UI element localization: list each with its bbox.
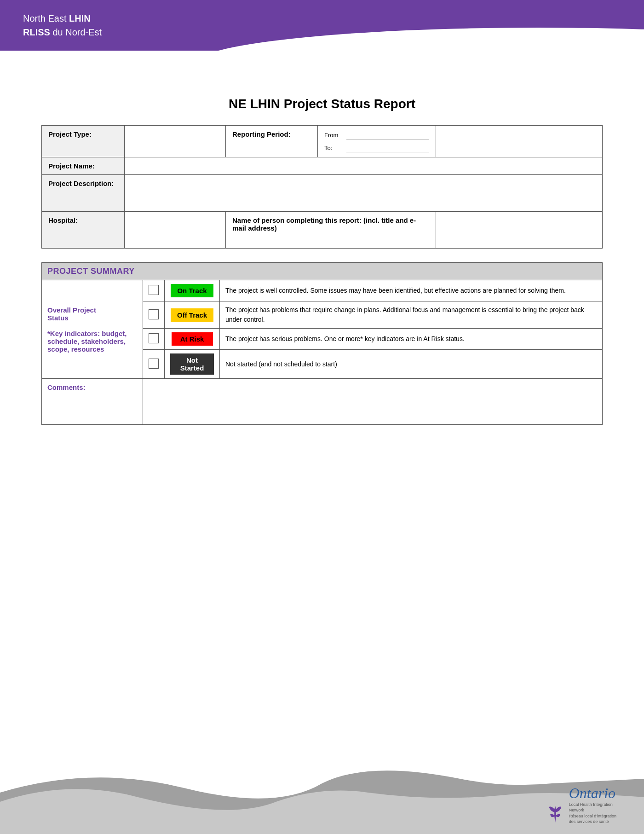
- at-risk-badge-cell: At Risk: [165, 329, 220, 350]
- page-title: NE LHIN Project Status Report: [41, 97, 603, 111]
- off-track-description: The project has problems that require ch…: [220, 301, 603, 329]
- project-name-value[interactable]: [125, 157, 603, 175]
- footer-logo: Ontario Local Health Integration Network…: [546, 785, 616, 825]
- header-text: North East LHIN RLISS du Nord-Est: [23, 12, 102, 39]
- reporting-period-dates: From To:: [318, 126, 436, 157]
- on-track-description: The project is well controlled. Some iss…: [220, 280, 603, 301]
- not-started-description: Not started (and not scheduled to start): [220, 350, 603, 379]
- header-line1-normal: North East: [23, 13, 69, 23]
- footer-sub-text: Local Health Integration Network Réseau …: [569, 802, 616, 825]
- at-risk-checkbox[interactable]: [149, 333, 159, 343]
- to-label: To:: [324, 145, 343, 151]
- not-started-checkbox[interactable]: [149, 359, 159, 369]
- project-type-value[interactable]: [125, 126, 226, 157]
- key-indicators-label: *Key indicators: budget, schedule, stake…: [47, 330, 137, 353]
- off-track-badge-cell: Off Track: [165, 301, 220, 329]
- off-track-checkbox[interactable]: [149, 309, 159, 319]
- person-value[interactable]: [436, 212, 603, 249]
- reporting-period-extra[interactable]: [436, 126, 603, 157]
- summary-table: PROJECT SUMMARY Overall Project Status *…: [41, 262, 603, 425]
- to-date-input[interactable]: [346, 143, 429, 152]
- reporting-period-label: Reporting Period:: [232, 130, 311, 138]
- not-started-checkbox-cell[interactable]: [143, 350, 165, 379]
- page-content: NE LHIN Project Status Report Project Ty…: [0, 51, 644, 457]
- person-label: Name of person completing this report: (…: [226, 212, 436, 249]
- project-type-label: Project Type:: [42, 126, 125, 157]
- off-track-checkbox-cell[interactable]: [143, 301, 165, 329]
- header-line2-bold: RLISS: [23, 27, 50, 37]
- summary-header: PROJECT SUMMARY: [42, 263, 603, 280]
- at-risk-checkbox-cell[interactable]: [143, 329, 165, 350]
- comments-label: Comments:: [42, 379, 143, 425]
- project-description-label: Project Description:: [42, 175, 125, 212]
- page-header: North East LHIN RLISS du Nord-Est: [0, 0, 644, 51]
- trillium-icon: [546, 802, 564, 825]
- ontario-label: Ontario: [569, 785, 616, 802]
- page-footer: Ontario Local Health Integration Network…: [0, 756, 644, 834]
- header-line1-bold: LHIN: [69, 13, 91, 23]
- summary-left-cell: Overall Project Status *Key indicators: …: [42, 280, 143, 379]
- not-started-badge: Not Started: [170, 353, 214, 375]
- ontario-branding: Ontario Local Health Integration Network…: [569, 785, 616, 825]
- on-track-badge: On Track: [171, 284, 213, 297]
- on-track-checkbox[interactable]: [149, 285, 159, 295]
- hospital-label: Hospital:: [42, 212, 125, 249]
- overall-status-label: Overall Project Status: [47, 306, 137, 322]
- at-risk-badge: At Risk: [172, 332, 213, 346]
- not-started-badge-cell: Not Started: [165, 350, 220, 379]
- comments-value[interactable]: [143, 379, 603, 425]
- from-label: From: [324, 132, 343, 139]
- at-risk-description: The project has serious problems. One or…: [220, 329, 603, 350]
- info-table: Project Type: Reporting Period: From To:: [41, 125, 603, 249]
- project-name-label: Project Name:: [42, 157, 125, 175]
- on-track-checkbox-cell[interactable]: [143, 280, 165, 301]
- on-track-badge-cell: On Track: [165, 280, 220, 301]
- off-track-badge: Off Track: [171, 308, 213, 322]
- header-line2-normal: du Nord-Est: [50, 27, 102, 37]
- project-description-value[interactable]: [125, 175, 603, 212]
- from-date-input[interactable]: [346, 130, 429, 139]
- reporting-period-cell: Reporting Period:: [226, 126, 318, 157]
- hospital-value[interactable]: [125, 212, 226, 249]
